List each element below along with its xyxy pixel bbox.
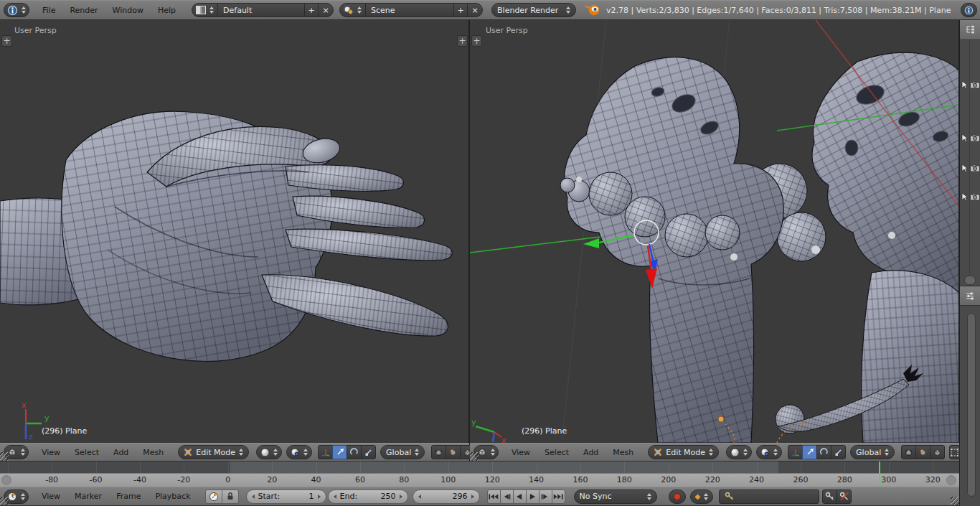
menu-view[interactable]: View [34,487,67,505]
properties-scrollbar[interactable] [967,313,976,497]
current-frame-field[interactable]: 296 [413,489,480,504]
use-preview-range-button[interactable] [205,489,222,504]
viewport-left[interactable]: x y z User Persp (296) Plane + + [0,20,469,443]
rotate-manipulator-button[interactable] [347,445,362,459]
sync-mode-dropdown[interactable]: No Sync [574,489,657,504]
properties-editor-icon[interactable] [965,291,975,301]
menu-file[interactable]: File [35,1,62,19]
scale-manipulator-button[interactable] [831,445,846,459]
next-keyframe-button[interactable] [539,489,552,504]
decrement-arrow-icon[interactable] [334,495,336,499]
rotate-manipulator-button[interactable] [816,445,831,459]
menu-mesh[interactable]: Mesh [606,444,641,461]
play-button[interactable] [526,489,540,504]
jump-to-start-button[interactable] [487,489,501,504]
scrollbar-cap-left[interactable] [1,475,11,485]
cursor-selectable-icon[interactable] [961,133,969,142]
timeline-ruler[interactable]: -80-60-40-200204060801001201401601802002… [0,473,959,487]
menu-view[interactable]: View [504,444,537,461]
area-resize-grip[interactable] [0,452,9,461]
decrement-arrow-icon[interactable] [418,495,421,499]
camera-renderable-icon[interactable] [970,193,980,201]
menu-add[interactable]: Add [106,444,136,461]
pivot-point-dropdown[interactable] [286,445,312,459]
area-resize-grip[interactable] [0,497,9,505]
menu-help[interactable]: Help [151,1,183,19]
current-frame-indicator[interactable] [879,462,880,487]
viewport-canvas-right[interactable]: y x [470,20,959,443]
outliner-row[interactable] [961,192,980,201]
manipulator-toggle-button[interactable] [318,445,333,459]
window-info-button[interactable] [961,3,977,17]
increment-arrow-icon[interactable] [471,495,474,499]
outliner-scrollbar[interactable] [964,276,976,285]
manipulator-toggle-button[interactable] [788,445,803,459]
mode-dropdown[interactable]: Edit Mode [178,445,249,459]
vertex-select-button[interactable] [431,445,446,459]
viewport-canvas-left[interactable]: x y z [0,20,469,443]
translate-manipulator-button[interactable] [802,445,817,459]
menu-frame[interactable]: Frame [109,487,148,505]
cursor-selectable-icon[interactable] [961,164,969,172]
pivot-point-dropdown[interactable] [756,445,782,459]
transform-orientation-dropdown[interactable]: Global [850,445,895,459]
jump-to-end-button[interactable] [552,489,565,504]
layout-name-field[interactable]: Default [217,3,305,17]
vertex-select-button[interactable] [901,445,916,459]
outliner-editor-icon[interactable] [965,25,976,34]
render-engine-dropdown[interactable]: Blender Render [491,3,576,17]
insert-keyframe-button[interactable] [822,489,837,504]
edge-select-button[interactable] [446,445,461,459]
camera-renderable-icon[interactable] [970,134,980,142]
editor-type-button-info[interactable] [4,3,29,17]
menu-view[interactable]: View [34,444,67,461]
area-divider[interactable] [468,20,470,462]
menu-window[interactable]: Window [105,1,151,19]
layout-close-button[interactable]: × [318,3,334,17]
face-select-button[interactable] [930,445,945,459]
decrement-arrow-icon[interactable] [252,495,255,499]
record-button[interactable] [669,489,686,504]
previous-keyframe-button[interactable] [500,489,514,504]
menu-playback[interactable]: Playback [148,487,197,505]
menu-marker[interactable]: Marker [67,487,109,505]
region-expand-tab[interactable]: + [457,35,468,47]
auto-keyframe-dropdown[interactable]: ◆ [690,489,714,504]
scale-manipulator-button[interactable] [361,445,376,459]
viewport-shading-dropdown[interactable] [726,445,752,459]
scene-close-button[interactable]: × [467,3,483,17]
menu-select[interactable]: Select [537,444,576,461]
region-expand-tab[interactable]: + [1,35,12,47]
timeline-keyframe-area[interactable] [0,462,959,473]
camera-renderable-icon[interactable] [970,81,980,89]
scrollbar-cap-right[interactable] [946,475,956,485]
outliner-row[interactable] [961,133,980,142]
limit-selection-visible-button[interactable] [949,445,960,459]
keying-set-field[interactable] [719,489,819,504]
viewport-right[interactable]: y x User Persp (296) Plane + [470,20,959,443]
cursor-selectable-icon[interactable] [961,192,969,201]
mode-dropdown[interactable]: Edit Mode [648,445,719,459]
end-frame-field[interactable]: End: 250 [328,489,408,504]
area-resize-grip[interactable] [951,497,959,505]
increment-arrow-icon[interactable] [400,495,402,499]
layout-add-button[interactable]: + [304,3,319,17]
outliner-row[interactable] [961,80,980,89]
menu-add[interactable]: Add [576,444,606,461]
viewport-shading-dropdown[interactable] [256,445,282,459]
area-resize-grip[interactable] [470,452,479,461]
camera-renderable-icon[interactable] [970,164,980,172]
start-frame-field[interactable]: Start: 1 [246,489,326,504]
lock-time-cursor-button[interactable] [222,489,239,504]
delete-keyframe-button[interactable] [837,489,852,504]
play-reverse-button[interactable] [513,489,527,504]
cursor-selectable-icon[interactable] [961,80,969,89]
menu-render[interactable]: Render [62,1,105,19]
scene-browse-button[interactable] [339,3,366,17]
menu-mesh[interactable]: Mesh [136,444,171,461]
increment-arrow-icon[interactable] [318,495,321,499]
scene-add-button[interactable]: + [453,3,468,17]
edge-select-button[interactable] [915,445,930,459]
transform-orientation-dropdown[interactable]: Global [380,445,425,459]
region-expand-tab[interactable]: + [471,35,482,47]
